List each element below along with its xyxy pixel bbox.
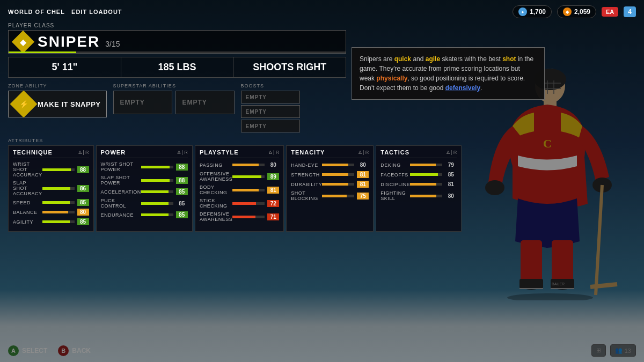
top-bar: WORLD OF CHEL EDIT LOADOUT ● 1,700 ◆ 2,0… [8, 5, 636, 18]
table-row: FACEOFFS 85 [380, 171, 457, 178]
attr-value: 85 [176, 211, 188, 218]
attr-bar [42, 201, 75, 204]
boost-slot-1[interactable]: EMPTY [241, 91, 300, 104]
attr-bar-fill [141, 179, 170, 182]
attr-column-tenacity: TENACITYΔ | R HAND-EYE 80 STRENGTH 81 DU… [286, 145, 374, 232]
attr-value: 80 [77, 209, 89, 216]
superstar-slot-1-label: EMPTY [120, 99, 145, 106]
table-row: PASSING 80 [200, 161, 279, 168]
attr-bar-fill [322, 195, 346, 197]
attr-col-delta: Δ | R [269, 150, 279, 155]
attr-bar [42, 211, 75, 213]
attr-col-title: TENACITY [291, 149, 325, 156]
attr-bar [141, 166, 173, 168]
attr-bar [410, 173, 442, 176]
xp-bar-fill [9, 51, 76, 53]
attr-value: 85 [176, 188, 188, 195]
attr-name: WRIST SHOT POWER [101, 161, 141, 172]
attr-value: 71 [267, 213, 279, 220]
table-row: DISCIPLINE 81 [380, 181, 457, 188]
attr-bar-fill [42, 168, 71, 171]
attr-name: FACEOFFS [380, 172, 410, 178]
attr-bar [322, 164, 354, 166]
attr-col-title: PLAYSTYLE [200, 149, 239, 156]
table-row: DURABILITY 81 [291, 181, 369, 188]
attr-bar-fill [141, 202, 169, 205]
table-row: WRIST SHOT ACCURACY 88 [13, 161, 89, 178]
table-row: SLAP SHOT POWER 88 [101, 175, 188, 186]
player-class-bar[interactable]: ◆ SNIPER 3/15 [8, 30, 346, 54]
shoots-stat: SHOOTS RIGHT [233, 57, 346, 78]
attr-bar-fill [42, 220, 70, 223]
points-value: 2,059 [574, 8, 590, 16]
attr-name: WRIST SHOT ACCURACY [13, 161, 42, 178]
points-icon: ◆ [563, 8, 572, 16]
table-row: WRIST SHOT POWER 88 [101, 161, 188, 172]
attr-value: 88 [77, 166, 89, 173]
attributes-label: ATTRIBUTES [8, 138, 636, 143]
attr-bar-fill [410, 195, 436, 197]
player-level: 3/15 [105, 40, 120, 48]
breadcrumb-current: EDIT LOADOUT [71, 9, 122, 15]
diamond-inner: ◆ [20, 37, 26, 47]
attr-value: 85 [77, 218, 89, 225]
shoots-value: SHOOTS RIGHT [253, 62, 326, 72]
table-row: PUCK CONTROL 85 [101, 198, 188, 209]
attr-value: 75 [357, 193, 369, 200]
attr-name: ENDURANCE [101, 212, 141, 218]
boost-slot-2[interactable]: EMPTY [241, 105, 300, 118]
stats-row: 5' 11" 185 LBS SHOOTS RIGHT [8, 57, 346, 78]
attr-bar [42, 187, 75, 190]
attr-name: SPEED [13, 200, 42, 205]
table-row: DEKING 79 [380, 161, 457, 168]
level-badge: 4 [624, 6, 636, 17]
attr-col-header: PLAYSTYLEΔ | R [200, 149, 279, 158]
abilities-row: ZONE ABILITY ⚡ MAKE IT SNAPPY SUPERSTAR … [8, 83, 352, 132]
attr-bar [141, 213, 173, 216]
zone-ability-slot[interactable]: ⚡ MAKE IT SNAPPY [8, 91, 107, 117]
attr-value: 88 [176, 177, 188, 184]
attr-value: 79 [445, 161, 457, 168]
xp-bar [9, 51, 346, 53]
attributes-section: ATTRIBUTES TECHNIQUEΔ | R WRIST SHOT ACC… [8, 138, 636, 232]
table-row: FIGHTING SKILL 80 [380, 190, 457, 201]
attr-col-title: TACTICS [380, 149, 409, 156]
attr-bar [42, 220, 75, 223]
attr-bar-fill [42, 201, 70, 204]
coins-icon: ● [518, 8, 527, 16]
attr-bar-fill [322, 183, 348, 186]
attr-col-delta: Δ | R [178, 150, 188, 155]
attr-name: AGILITY [13, 219, 42, 225]
attr-column-playstyle: PLAYSTYLEΔ | R PASSING 80 OFFENSIVE AWAR… [195, 145, 284, 232]
table-row: AGILITY 85 [13, 218, 89, 225]
attr-col-header: TECHNIQUEΔ | R [13, 149, 89, 158]
zone-ability-label: ZONE ABILITY [8, 83, 107, 88]
attr-bar-fill [232, 175, 261, 178]
table-row: HAND-EYE 80 [291, 161, 369, 168]
tooltip-agile: agile [426, 55, 440, 63]
attr-bar [141, 190, 173, 193]
attr-col-delta: Δ | R [447, 150, 457, 155]
attr-bar-fill [42, 187, 70, 190]
table-row: BODY CHECKING 81 [200, 184, 279, 195]
boost-slot-3[interactable]: EMPTY [241, 120, 300, 132]
boosts-label: BOOSTS [241, 83, 300, 88]
tooltip-shot: shot [502, 55, 516, 63]
attr-value: 85 [176, 200, 188, 207]
attr-bar-fill [410, 173, 438, 176]
attr-bar [410, 164, 442, 166]
attr-name: DEKING [380, 162, 410, 168]
attr-col-title: POWER [101, 149, 126, 156]
attr-name: PUCK CONTROL [101, 198, 141, 209]
attr-col-header: TENACITYΔ | R [291, 149, 369, 158]
attr-column-technique: TECHNIQUEΔ | R WRIST SHOT ACCURACY 88 SL… [8, 145, 94, 232]
attr-bar [141, 202, 173, 205]
attr-bar-fill [410, 164, 436, 166]
attr-col-header: POWERΔ | R [101, 149, 188, 158]
attr-bar [232, 216, 265, 218]
attr-bar-fill [42, 211, 68, 213]
attr-value: 88 [176, 164, 188, 171]
table-row: OFFENSIVE AWARENESS 89 [200, 171, 279, 182]
superstar-slot-2[interactable]: EMPTY [175, 91, 235, 114]
superstar-slot-1[interactable]: EMPTY [113, 91, 172, 114]
